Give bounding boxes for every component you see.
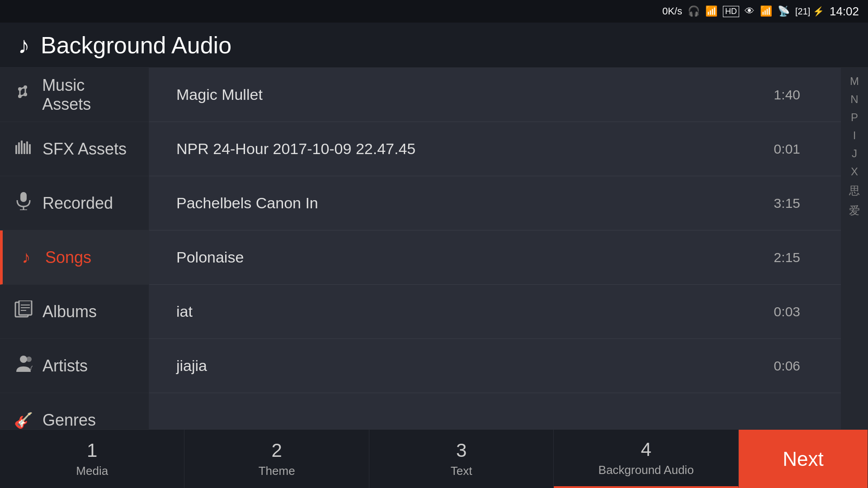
headphone-icon: 🎧 [688,5,700,17]
sidebar-item-songs[interactable]: ♪ Songs [0,230,149,285]
status-bar: 0K/s 🎧 📶 HD 👁 📶 📡 [21] ⚡ 14:02 [0,0,868,23]
svg-rect-12 [26,141,28,154]
signal-icon: 📡 [778,5,790,17]
nav-item-theme[interactable]: 2 Theme [184,430,369,488]
svg-rect-14 [20,192,27,202]
sidebar-item-music-assets[interactable]: Music Assets [0,68,149,122]
speed-indicator: 0K/s [662,5,682,17]
svg-rect-13 [29,144,31,154]
nav-number: 3 [456,440,467,461]
wifi-icon: 📶 [760,5,772,17]
song-row[interactable]: iat 0:03 [149,285,841,339]
nav-number: 2 [272,440,282,461]
next-label: Next [783,448,823,470]
clock: 14:02 [830,5,859,19]
svg-point-22 [20,356,27,363]
sidebar-item-albums[interactable]: Albums [0,285,149,339]
alpha-letter[interactable]: X [841,163,868,181]
song-title: jiajia [176,357,764,375]
svg-rect-8 [15,145,17,154]
mic-icon [14,192,33,214]
song-title: Magic Mullet [176,86,764,103]
sidebar-item-albums-label: Albums [42,302,97,321]
alpha-index: MNPIJX思爱 [841,68,868,429]
nav-item-media[interactable]: 1 Media [0,430,184,488]
nav-number: 4 [641,439,651,460]
nav-label: Text [451,464,472,478]
svg-rect-9 [18,142,20,154]
header-title: Background Audio [41,32,231,59]
song-row[interactable]: jiajia 0:06 [149,339,841,393]
eye-icon: 👁 [745,5,755,17]
song-title: NPR 24-Hour 2017-10-09 22.47.45 [176,140,764,158]
alpha-letter[interactable]: N [841,90,868,108]
sidebar-item-recorded-label: Recorded [42,194,113,213]
sidebar-item-music-assets-label: Music Assets [42,76,135,114]
nav-item-background-audio[interactable]: 4 Background Audio [554,430,738,488]
song-duration: 1:40 [764,87,800,103]
artist-icon [14,355,33,377]
sidebar-item-recorded[interactable]: Recorded [0,176,149,230]
song-duration: 2:15 [764,250,800,265]
nav-number: 1 [87,440,97,461]
sidebar-item-sfx-assets-label: SFX Assets [42,140,127,159]
genres-icon: 🎸 [14,411,33,429]
svg-point-23 [26,357,32,362]
sidebar-item-artists[interactable]: Artists [0,339,149,393]
song-title: iat [176,303,764,320]
song-title: Polonaise [176,249,764,266]
nav-item-text[interactable]: 3 Text [369,430,554,488]
sidebar-item-sfx-assets[interactable]: SFX Assets [0,122,149,176]
alpha-letter[interactable]: 思 [841,181,868,201]
header: ♪ Background Audio [0,23,868,68]
sidebar-item-songs-label: Songs [45,248,91,267]
sfx-icon [14,138,33,160]
music-assets-icon [14,84,33,106]
header-music-icon: ♪ [18,32,30,59]
bottom-nav: 1 Media 2 Theme 3 Text 4 Background Audi… [0,429,868,488]
song-duration: 0:01 [764,141,800,157]
note-icon: ♪ [16,248,36,267]
song-row[interactable]: Polonaise 2:15 [149,230,841,285]
song-duration: 0:03 [764,304,800,319]
alpha-letter[interactable]: 爱 [841,201,868,221]
main-content: Music Assets SFX Assets [0,68,868,429]
alpha-letter[interactable]: J [841,145,868,163]
sidebar: Music Assets SFX Assets [0,68,149,429]
next-button[interactable]: Next [739,430,868,488]
nav-label: Background Audio [599,463,694,477]
sidebar-item-genres-label: Genres [42,411,96,430]
alpha-letter[interactable]: P [841,108,868,127]
sidebar-item-artists-label: Artists [42,357,88,375]
song-duration: 3:15 [764,196,800,211]
song-row[interactable]: Pachelbels Canon In 3:15 [149,176,841,230]
bluetooth-icon: 📶 [705,5,717,17]
nav-label: Media [76,464,108,478]
svg-rect-11 [24,143,25,154]
nav-label: Theme [259,464,295,478]
song-row[interactable]: NPR 24-Hour 2017-10-09 22.47.45 0:01 [149,122,841,176]
alpha-letter[interactable]: M [841,72,868,90]
song-title: Pachelbels Canon In [176,194,764,212]
song-row[interactable]: Magic Mullet 1:40 [149,68,841,122]
song-duration: 0:06 [764,358,800,374]
svg-rect-10 [21,141,23,154]
alpha-letter[interactable]: I [841,127,868,145]
song-list: Magic Mullet 1:40 NPR 24-Hour 2017-10-09… [149,68,841,429]
album-icon [14,300,33,323]
battery-indicator: [21] ⚡ [795,6,824,17]
hd-badge: HD [723,6,739,17]
